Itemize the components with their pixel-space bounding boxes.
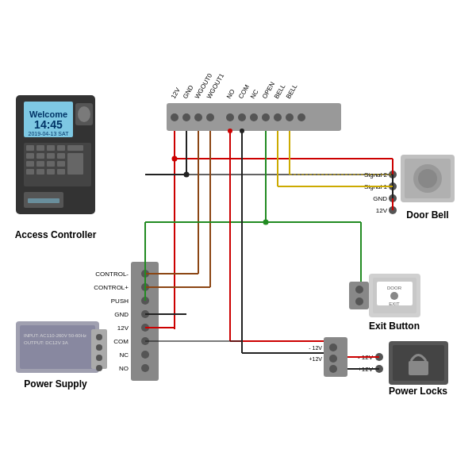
power-locks-label: Power Locks bbox=[389, 386, 447, 397]
svg-text:DOOR: DOOR bbox=[387, 286, 402, 290]
svg-text:GND: GND bbox=[373, 195, 387, 202]
power-supply-label: Power Supply bbox=[24, 378, 87, 390]
svg-rect-18 bbox=[47, 161, 55, 167]
svg-text:NC: NC bbox=[119, 351, 129, 359]
svg-rect-13 bbox=[36, 153, 44, 159]
svg-rect-26 bbox=[28, 198, 60, 203]
svg-rect-16 bbox=[26, 161, 34, 167]
svg-rect-14 bbox=[47, 153, 55, 159]
svg-point-141 bbox=[355, 298, 363, 305]
svg-text:CONTROL-: CONTROL- bbox=[95, 271, 129, 278]
svg-rect-10 bbox=[57, 145, 65, 151]
svg-point-29 bbox=[182, 113, 190, 121]
svg-rect-11 bbox=[67, 145, 83, 151]
svg-text:NO: NO bbox=[119, 365, 129, 372]
svg-point-136 bbox=[329, 365, 337, 373]
svg-text:+12V: +12V bbox=[309, 356, 322, 362]
svg-text:- 12V: - 12V bbox=[309, 345, 322, 351]
svg-text:INPUT: AC110-260V 50-60Hz: INPUT: AC110-260V 50-60Hz bbox=[24, 333, 86, 338]
svg-point-78 bbox=[418, 169, 437, 188]
door-bell-label: Door Bell bbox=[406, 209, 448, 221]
svg-text:BELL: BELL bbox=[285, 83, 299, 100]
svg-text:COM: COM bbox=[113, 338, 129, 345]
svg-text:14:45: 14:45 bbox=[34, 118, 63, 131]
svg-rect-8 bbox=[36, 145, 44, 151]
svg-point-28 bbox=[171, 113, 178, 121]
svg-point-38 bbox=[298, 113, 305, 121]
svg-rect-19 bbox=[57, 161, 65, 167]
svg-rect-23 bbox=[57, 169, 65, 175]
exit-button-label: Exit Button bbox=[369, 321, 420, 332]
svg-rect-12 bbox=[26, 153, 34, 159]
svg-point-36 bbox=[274, 113, 282, 121]
svg-point-71 bbox=[96, 334, 102, 340]
svg-text:12V: 12V bbox=[170, 86, 182, 100]
svg-point-73 bbox=[96, 355, 102, 361]
svg-point-34 bbox=[250, 113, 258, 121]
svg-text:12V: 12V bbox=[117, 324, 129, 332]
svg-text:NC: NC bbox=[249, 88, 260, 100]
svg-point-37 bbox=[286, 113, 294, 121]
svg-point-35 bbox=[262, 113, 270, 121]
svg-rect-9 bbox=[47, 145, 55, 151]
svg-point-135 bbox=[329, 355, 337, 363]
svg-point-56 bbox=[141, 351, 149, 359]
svg-point-72 bbox=[96, 344, 102, 351]
svg-rect-21 bbox=[36, 169, 44, 175]
svg-text:GND: GND bbox=[182, 84, 195, 100]
svg-point-134 bbox=[329, 344, 337, 351]
svg-point-33 bbox=[238, 113, 246, 121]
svg-point-57 bbox=[141, 364, 149, 372]
svg-point-148 bbox=[263, 220, 269, 225]
svg-text:COM: COM bbox=[237, 83, 251, 100]
svg-rect-24 bbox=[67, 153, 83, 175]
svg-text:GND: GND bbox=[114, 311, 129, 318]
svg-text:NO: NO bbox=[225, 88, 236, 100]
svg-rect-17 bbox=[36, 161, 44, 167]
svg-rect-22 bbox=[47, 169, 55, 175]
svg-text:OUTPUT: DC12V 3A: OUTPUT: DC12V 3A bbox=[24, 340, 68, 345]
svg-point-91 bbox=[390, 292, 398, 300]
svg-text:12V: 12V bbox=[376, 207, 388, 214]
svg-point-74 bbox=[96, 365, 102, 371]
svg-point-31 bbox=[206, 113, 214, 121]
svg-rect-15 bbox=[57, 153, 65, 159]
svg-point-5 bbox=[78, 106, 90, 122]
svg-rect-20 bbox=[26, 169, 34, 175]
svg-point-140 bbox=[355, 286, 363, 294]
svg-rect-97 bbox=[409, 361, 428, 375]
svg-text:2019-04-13  SAT: 2019-04-13 SAT bbox=[29, 131, 70, 136]
svg-text:PUSH: PUSH bbox=[111, 298, 129, 305]
svg-text:CONTROL+: CONTROL+ bbox=[94, 284, 129, 291]
svg-point-145 bbox=[184, 172, 190, 178]
svg-point-32 bbox=[226, 113, 234, 121]
svg-point-30 bbox=[194, 113, 202, 121]
svg-point-147 bbox=[228, 129, 232, 133]
wiring-diagram: Welcome 14:45 2019-04-13 SAT Access Cont… bbox=[0, 0, 476, 476]
svg-rect-67 bbox=[20, 325, 95, 369]
svg-rect-7 bbox=[26, 145, 34, 151]
access-controller-label: Access Controller bbox=[15, 229, 97, 240]
svg-point-144 bbox=[172, 156, 178, 162]
svg-point-146 bbox=[240, 129, 244, 133]
svg-text:EXIT: EXIT bbox=[389, 301, 400, 306]
